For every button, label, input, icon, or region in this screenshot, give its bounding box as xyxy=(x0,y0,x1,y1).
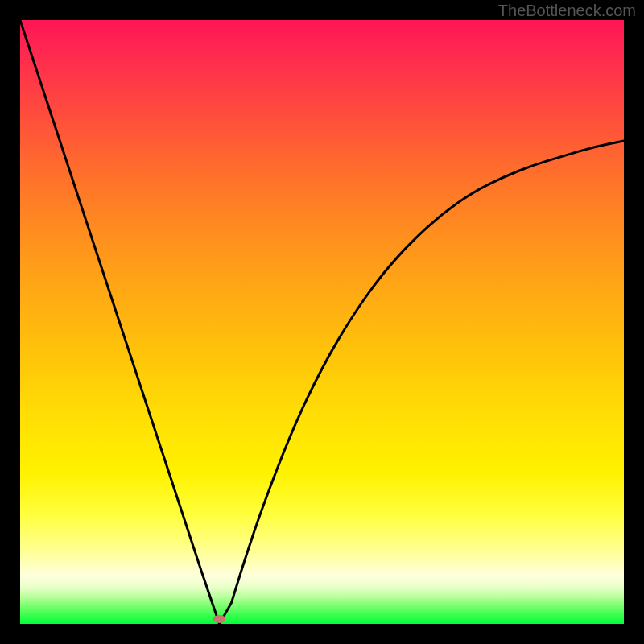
chart-curve-svg xyxy=(20,20,624,624)
watermark-text: TheBottleneck.com xyxy=(498,2,636,20)
minimum-marker xyxy=(213,615,226,623)
chart-plot-area xyxy=(20,20,624,624)
bottleneck-curve xyxy=(20,20,624,624)
